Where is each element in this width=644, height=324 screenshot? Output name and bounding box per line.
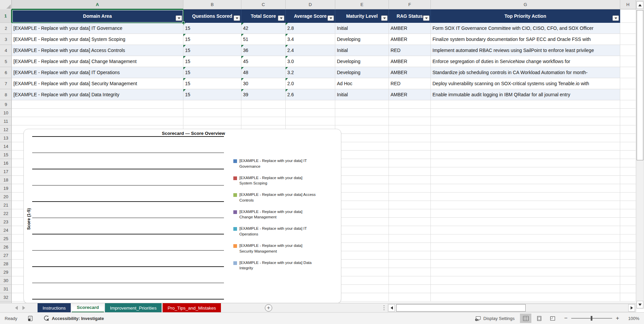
scroll-left-button[interactable] xyxy=(388,304,395,312)
cell-B8[interactable]: 15 xyxy=(183,89,241,100)
cell-E8[interactable]: Initial xyxy=(335,89,389,100)
tab-improvement-priorities[interactable]: Improvement_Priorities xyxy=(105,303,162,313)
row-header-7[interactable]: 7 xyxy=(0,78,12,89)
cell-E5[interactable]: Developing xyxy=(335,56,389,67)
cell-G4[interactable]: Implement automated RBAC reviews using S… xyxy=(431,45,620,56)
legend-entry[interactable]: [EXAMPLE - Replace with your data] Chang… xyxy=(233,209,336,220)
row-header-27[interactable]: 27 xyxy=(0,251,12,260)
header-cell-3[interactable]: Total Score xyxy=(241,9,286,23)
row-header-20[interactable]: 20 xyxy=(0,193,12,201)
cell-F3[interactable]: AMBER xyxy=(389,34,431,45)
cell-F4[interactable]: RED xyxy=(389,45,431,56)
row-header-15[interactable]: 15 xyxy=(0,151,12,159)
cell-B2[interactable]: 15 xyxy=(183,23,241,34)
filter-dropdown-button[interactable] xyxy=(278,15,284,21)
row-header-16[interactable]: 16 xyxy=(0,159,12,167)
cell-A6[interactable]: [EXAMPLE - Replace with your data] IT Op… xyxy=(12,67,183,78)
tab-scroll-right-icon[interactable] xyxy=(22,306,25,310)
header-cell-6[interactable]: RAG Status xyxy=(389,9,431,23)
cell-F7[interactable]: RED xyxy=(389,78,431,89)
scroll-up-button[interactable] xyxy=(637,1,643,9)
scroll-down-button[interactable] xyxy=(637,301,643,308)
column-header-D[interactable]: D xyxy=(286,0,335,9)
cell-C6[interactable]: 48 xyxy=(241,67,286,78)
cell-E6[interactable]: Developing xyxy=(335,67,389,78)
row-header-25[interactable]: 25 xyxy=(0,234,12,243)
cell-F6[interactable]: AMBER xyxy=(389,67,431,78)
filter-dropdown-button[interactable] xyxy=(234,15,240,21)
sheet-grid[interactable]: Domain AreaQuestions ScoredTotal ScoreAv… xyxy=(12,9,636,303)
page-layout-view-button[interactable] xyxy=(533,314,545,323)
cell-A4[interactable]: [EXAMPLE - Replace with your data] Acces… xyxy=(12,45,183,56)
row-header-5[interactable]: 5 xyxy=(0,56,12,67)
row-header-8[interactable]: 8 xyxy=(0,89,12,100)
row-header-26[interactable]: 26 xyxy=(0,243,12,251)
header-cell-2[interactable]: Questions Scored xyxy=(183,9,241,23)
row-header-22[interactable]: 22 xyxy=(0,209,12,218)
cell-D2[interactable]: 2.8 xyxy=(286,23,335,34)
row-header-4[interactable]: 4 xyxy=(0,45,12,56)
cell-E7[interactable]: Ad Hoc xyxy=(335,78,389,89)
accessibility-checker[interactable]: Accessibility: Investigate xyxy=(43,315,104,322)
column-header-F[interactable]: F xyxy=(389,0,431,9)
cell-C4[interactable]: 36 xyxy=(241,45,286,56)
display-settings-button[interactable]: Display Settings xyxy=(475,316,515,321)
row-header-14[interactable]: 14 xyxy=(0,142,12,151)
column-header-H[interactable]: H xyxy=(620,0,636,9)
tab-scroll-left-icon[interactable] xyxy=(15,306,18,310)
zoom-out-button[interactable]: − xyxy=(564,315,568,322)
column-header-A[interactable]: A xyxy=(12,0,183,9)
legend-entry[interactable]: [EXAMPLE - Replace with your data] IT Op… xyxy=(233,226,336,237)
cell-C5[interactable]: 45 xyxy=(241,56,286,67)
macro-record-icon[interactable] xyxy=(27,316,33,321)
scorecard-chart[interactable]: Scorecard — Score Overview Score (1-5) [… xyxy=(23,129,341,303)
tab-instructions[interactable]: Instructions xyxy=(38,303,71,313)
scroll-right-button[interactable] xyxy=(628,304,635,312)
cell-G8[interactable]: Enable immutable audit logging in IBM QR… xyxy=(431,89,620,100)
legend-entry[interactable]: [EXAMPLE - Replace with your data] Acces… xyxy=(233,192,336,203)
cell-D4[interactable]: 2.4 xyxy=(286,45,335,56)
row-header-10[interactable]: 10 xyxy=(0,109,12,117)
row-header-21[interactable]: 21 xyxy=(0,201,12,209)
row-header-18[interactable]: 18 xyxy=(0,176,12,184)
cell-B6[interactable]: 15 xyxy=(183,67,241,78)
column-header-G[interactable]: G xyxy=(431,0,620,9)
cell-A7[interactable]: [EXAMPLE - Replace with your data] Secur… xyxy=(12,78,183,89)
zoom-level[interactable]: 100% xyxy=(625,316,639,321)
tab-pro-tips-and-mistakes[interactable]: Pro_Tips_and_Mistakes xyxy=(163,303,221,313)
row-header-9[interactable]: 9 xyxy=(0,100,12,109)
cell-D7[interactable]: 2.0 xyxy=(286,78,335,89)
cell-C3[interactable]: 51 xyxy=(241,34,286,45)
row-header-1[interactable]: 1 xyxy=(0,9,12,23)
cell-E2[interactable]: Initial xyxy=(335,23,389,34)
scrollbar-resize-grip[interactable] xyxy=(383,305,385,311)
row-header-24[interactable]: 24 xyxy=(0,226,12,234)
filter-dropdown-button[interactable] xyxy=(423,15,429,21)
row-header-32[interactable]: 32 xyxy=(0,293,12,302)
cell-F2[interactable]: AMBER xyxy=(389,23,431,34)
cell-E3[interactable]: Developing xyxy=(335,34,389,45)
cell-A3[interactable]: [EXAMPLE - Replace with your data] Syste… xyxy=(12,34,183,45)
cell-G6[interactable]: Standardize job scheduling controls in C… xyxy=(431,67,620,78)
cell-A8[interactable]: [EXAMPLE - Replace with your data] Data … xyxy=(12,89,183,100)
legend-entry[interactable]: [EXAMPLE - Replace with your data] Secur… xyxy=(233,243,336,254)
cell-D5[interactable]: 3.0 xyxy=(286,56,335,67)
cell-B7[interactable]: 15 xyxy=(183,78,241,89)
zoom-slider[interactable] xyxy=(571,318,612,319)
cell-A5[interactable]: [EXAMPLE - Replace with your data] Chang… xyxy=(12,56,183,67)
legend-entry[interactable]: [EXAMPLE - Replace with your data] Data … xyxy=(233,260,336,271)
cell-E4[interactable]: Initial xyxy=(335,45,389,56)
filter-dropdown-button[interactable] xyxy=(328,15,334,21)
zoom-in-button[interactable]: + xyxy=(615,315,620,322)
row-header-30[interactable]: 30 xyxy=(0,276,12,285)
cell-C2[interactable]: 42 xyxy=(241,23,286,34)
column-header-E[interactable]: E xyxy=(335,0,389,9)
cell-D6[interactable]: 3.2 xyxy=(286,67,335,78)
column-header-C[interactable]: C xyxy=(241,0,286,9)
cell-F5[interactable]: AMBER xyxy=(389,56,431,67)
row-header-17[interactable]: 17 xyxy=(0,167,12,176)
normal-view-button[interactable] xyxy=(520,314,531,323)
row-header-13[interactable]: 13 xyxy=(0,134,12,142)
cell-F8[interactable]: AMBER xyxy=(389,89,431,100)
cell-A2[interactable]: [EXAMPLE - Replace with your data] IT Go… xyxy=(12,23,183,34)
